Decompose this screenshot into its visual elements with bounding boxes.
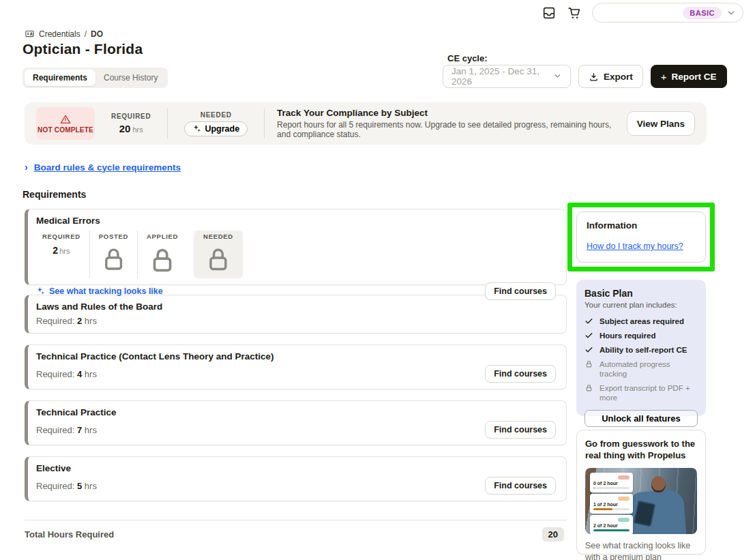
report-ce-button[interactable]: + Report CE <box>651 65 727 88</box>
stat-required-unit: hrs <box>59 247 70 255</box>
find-courses-button[interactable]: Find courses <box>485 365 556 383</box>
lock-icon <box>203 244 233 274</box>
report-ce-label: Report CE <box>672 72 717 82</box>
requirement-card-medical-errors: Medical Errors REQUIRED 2hrs POSTED APPL… <box>25 209 567 285</box>
plan-feature-locked: Export transcript to PDF + more <box>584 383 698 403</box>
needed-label: NEEDED <box>184 111 248 119</box>
export-button[interactable]: Export <box>578 65 643 88</box>
highlight-box: Information How do I track my hours? <box>567 203 715 271</box>
find-courses-button[interactable]: Find courses <box>485 477 556 495</box>
requirement-card-laws-rules: Laws and Rules of the Board Required: 2 … <box>25 295 567 334</box>
banner-subtitle: Report hours for all 5 requirements now.… <box>277 120 616 139</box>
information-card: Information How do I track my hours? <box>576 211 706 263</box>
export-label: Export <box>604 72 633 82</box>
requirement-title: Medical Errors <box>36 216 556 226</box>
ce-cycle-select[interactable]: Jan 1, 2025 - Dec 31, 2026 <box>443 65 571 88</box>
promo-caption: See what tracking looks like with a prem… <box>585 540 697 560</box>
compliance-banner: NOT COMPLETE REQUIRED 20hrs NEEDED Upgra… <box>25 102 707 145</box>
promo-title: Go from guesswork to the real thing with… <box>585 439 697 462</box>
tab-requirements[interactable]: Requirements <box>25 70 95 86</box>
basic-plan-title: Basic Plan <box>584 288 698 299</box>
credentials-card-icon <box>25 29 35 39</box>
banner-text: Track Your Compliance by Subject Report … <box>276 108 616 139</box>
ce-cycle-label: CE cycle: <box>447 53 488 63</box>
requirement-card-elective: Elective Required: 5 hrs Find courses <box>25 456 567 501</box>
plan-badge: BASIC <box>683 7 722 19</box>
lock-icon <box>584 383 593 392</box>
information-title: Information <box>587 220 696 231</box>
tracking-mini-card: 2 of 2 hour <box>590 515 633 534</box>
chevron-right-icon[interactable]: › <box>25 162 28 173</box>
breadcrumb: Credentials / DO <box>25 29 103 39</box>
divider <box>167 108 168 138</box>
status-chip-red <box>618 475 630 480</box>
inbox-icon[interactable] <box>542 5 557 20</box>
stat-required-value: 2 <box>53 245 58 256</box>
tracking-mini-card: 1 of 2 hour <box>590 494 633 514</box>
board-rules-row: › Board rules & cycle requirements <box>25 162 181 173</box>
upgrade-button[interactable]: Upgrade <box>184 121 248 136</box>
download-icon <box>589 72 599 82</box>
promo-image: 0 of 2 hour 1 of 2 hour 2 of 2 hour <box>585 468 697 534</box>
lock-icon <box>584 359 593 368</box>
chevron-down-icon <box>553 72 562 81</box>
warning-icon <box>60 114 71 125</box>
required-hours: Required: 7 hrs <box>36 425 97 435</box>
view-plans-button[interactable]: View Plans <box>627 111 695 136</box>
upgrade-label: Upgrade <box>205 124 239 134</box>
requirements-list: Medical Errors REQUIRED 2hrs POSTED APPL… <box>25 209 567 542</box>
unlock-all-features-button[interactable]: Unlock all features <box>584 410 698 427</box>
stat-posted: POSTED <box>90 231 137 278</box>
ce-cycle-value: Jan 1, 2025 - Dec 31, 2026 <box>451 66 553 87</box>
required-hours-value: 20 <box>119 123 131 134</box>
requirements-heading: Requirements <box>23 189 86 200</box>
required-hours-unit: hrs <box>132 126 143 134</box>
plan-feature: Ability to self-report CE <box>584 345 698 355</box>
required-hours: Required: 4 hrs <box>36 369 97 379</box>
basic-plan-subtitle: Your current plan includes: <box>584 301 698 309</box>
check-icon <box>584 316 593 325</box>
tab-bar: Requirements Course History <box>23 68 168 88</box>
tracking-preview-link[interactable]: See what tracking looks like <box>36 286 163 296</box>
person-illustration <box>651 476 666 492</box>
plan-feature: Subject areas required <box>584 316 698 326</box>
total-hours-row: Total Hours Required 20 <box>25 520 567 542</box>
status-badge: NOT COMPLETE <box>36 107 95 140</box>
tracking-mini-card: 0 of 2 hour <box>590 473 633 492</box>
sparkles-icon <box>192 124 201 133</box>
page-title: Optician - Florida <box>23 41 143 57</box>
breadcrumb-credentials[interactable]: Credentials <box>39 29 80 39</box>
find-courses-button[interactable]: Find courses <box>485 421 556 439</box>
status-text: NOT COMPLETE <box>38 126 93 134</box>
required-hours: Required: 5 hrs <box>36 481 97 491</box>
check-icon <box>584 331 593 340</box>
chevron-down-icon <box>726 8 736 18</box>
plan-feature-locked: Automated progress tracking <box>584 359 698 379</box>
promo-card[interactable]: Go from guesswork to the real thing with… <box>576 430 706 555</box>
breadcrumb-current: DO <box>91 29 103 39</box>
breadcrumb-separator: / <box>85 29 87 39</box>
find-courses-button[interactable]: Find courses <box>485 282 556 300</box>
status-chip-teal <box>618 518 630 522</box>
stat-needed: NEEDED <box>194 231 243 278</box>
requirement-card-technical-practice-contact-lens: Technical Practice (Contact Lens Theory … <box>25 344 567 389</box>
required-hours: Required: 2 hrs <box>36 316 97 326</box>
requirement-title: Elective <box>36 463 556 473</box>
cart-icon[interactable] <box>567 5 582 20</box>
ce-controls: Jan 1, 2025 - Dec 31, 2026 Export + Repo… <box>443 65 727 88</box>
requirement-card-technical-practice: Technical Practice Required: 7 hrs Find … <box>25 400 567 445</box>
required-label: REQUIRED <box>111 113 151 120</box>
stat-required: REQUIRED 2hrs <box>33 231 89 278</box>
track-hours-help-link[interactable]: How do I track my hours? <box>587 241 683 251</box>
banner-title: Track Your Compliance by Subject <box>277 108 616 118</box>
account-menu[interactable]: BASIC <box>592 3 743 23</box>
requirement-title: Technical Practice <box>36 407 556 417</box>
tab-course-history[interactable]: Course History <box>95 70 166 86</box>
check-icon <box>584 345 593 354</box>
sparkles-icon <box>36 286 45 295</box>
requirement-title: Laws and Rules of the Board <box>36 301 556 312</box>
plan-feature: Hours required <box>584 331 698 340</box>
board-rules-link[interactable]: Board rules & cycle requirements <box>34 162 181 173</box>
required-hours-block: REQUIRED 20hrs <box>106 113 156 135</box>
stat-applied: APPLIED <box>138 231 187 278</box>
